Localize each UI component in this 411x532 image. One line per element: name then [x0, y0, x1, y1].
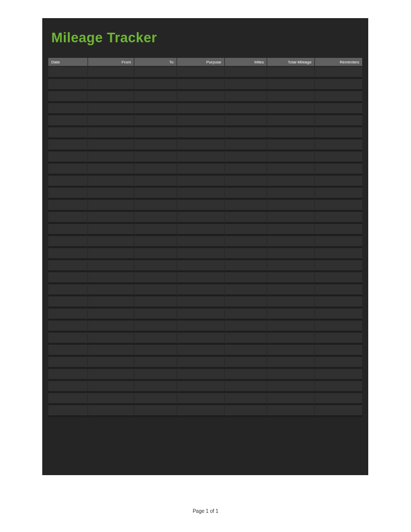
table-cell[interactable] [134, 176, 177, 188]
table-cell[interactable] [88, 381, 134, 393]
table-cell[interactable] [177, 79, 224, 91]
table-cell[interactable] [225, 139, 267, 151]
table-cell[interactable] [134, 321, 177, 333]
table-cell[interactable] [267, 248, 314, 260]
table-cell[interactable] [177, 333, 224, 345]
table-cell[interactable] [88, 236, 134, 248]
table-cell[interactable] [48, 321, 88, 333]
col-header-purpose[interactable]: Purpose [177, 58, 224, 67]
col-header-miles[interactable]: Miles [225, 58, 267, 67]
table-cell[interactable] [48, 309, 88, 321]
table-cell[interactable] [88, 151, 134, 164]
table-cell[interactable] [225, 272, 267, 284]
table-cell[interactable] [267, 260, 314, 272]
table-cell[interactable] [177, 405, 224, 417]
table-cell[interactable] [267, 369, 314, 381]
table-cell[interactable] [134, 260, 177, 272]
table-cell[interactable] [88, 164, 134, 176]
table-cell[interactable] [88, 321, 134, 333]
table-cell[interactable] [315, 284, 362, 296]
table-cell[interactable] [88, 357, 134, 369]
table-cell[interactable] [315, 224, 362, 236]
table-cell[interactable] [134, 248, 177, 260]
table-cell[interactable] [267, 200, 314, 212]
table-cell[interactable] [225, 333, 267, 345]
table-cell[interactable] [88, 405, 134, 417]
table-cell[interactable] [315, 115, 362, 127]
table-cell[interactable] [315, 260, 362, 272]
table-cell[interactable] [225, 260, 267, 272]
table-cell[interactable] [48, 176, 88, 188]
table-cell[interactable] [177, 91, 224, 103]
table-cell[interactable] [134, 151, 177, 164]
table-cell[interactable] [134, 405, 177, 417]
table-cell[interactable] [134, 212, 177, 224]
table-cell[interactable] [267, 393, 314, 405]
table-cell[interactable] [267, 357, 314, 369]
table-cell[interactable] [267, 333, 314, 345]
table-cell[interactable] [48, 103, 88, 115]
table-cell[interactable] [48, 151, 88, 164]
table-cell[interactable] [134, 188, 177, 200]
table-cell[interactable] [88, 67, 134, 79]
table-cell[interactable] [225, 284, 267, 296]
table-cell[interactable] [225, 381, 267, 393]
table-cell[interactable] [225, 176, 267, 188]
table-cell[interactable] [267, 151, 314, 164]
table-cell[interactable] [134, 164, 177, 176]
table-cell[interactable] [88, 333, 134, 345]
table-cell[interactable] [225, 91, 267, 103]
table-cell[interactable] [177, 176, 224, 188]
col-header-total-mileage[interactable]: Total Mileage [267, 58, 314, 67]
table-cell[interactable] [134, 309, 177, 321]
table-cell[interactable] [315, 91, 362, 103]
table-cell[interactable] [225, 321, 267, 333]
table-cell[interactable] [267, 164, 314, 176]
table-cell[interactable] [177, 357, 224, 369]
col-header-from[interactable]: From [88, 58, 134, 67]
table-cell[interactable] [48, 224, 88, 236]
table-cell[interactable] [88, 176, 134, 188]
table-cell[interactable] [48, 115, 88, 127]
table-cell[interactable] [177, 151, 224, 164]
table-cell[interactable] [88, 115, 134, 127]
table-cell[interactable] [315, 405, 362, 417]
table-cell[interactable] [134, 284, 177, 296]
table-cell[interactable] [48, 345, 88, 357]
table-cell[interactable] [315, 393, 362, 405]
table-cell[interactable] [315, 103, 362, 115]
table-cell[interactable] [88, 139, 134, 151]
table-cell[interactable] [134, 103, 177, 115]
table-cell[interactable] [48, 333, 88, 345]
table-cell[interactable] [225, 357, 267, 369]
table-cell[interactable] [315, 79, 362, 91]
table-cell[interactable] [134, 345, 177, 357]
table-cell[interactable] [177, 200, 224, 212]
table-cell[interactable] [48, 248, 88, 260]
table-cell[interactable] [88, 127, 134, 139]
table-cell[interactable] [267, 139, 314, 151]
table-cell[interactable] [315, 321, 362, 333]
table-cell[interactable] [225, 200, 267, 212]
table-cell[interactable] [225, 224, 267, 236]
table-cell[interactable] [134, 369, 177, 381]
table-cell[interactable] [177, 212, 224, 224]
table-cell[interactable] [177, 381, 224, 393]
table-cell[interactable] [315, 176, 362, 188]
table-cell[interactable] [48, 393, 88, 405]
table-cell[interactable] [48, 272, 88, 284]
table-cell[interactable] [225, 164, 267, 176]
table-cell[interactable] [177, 345, 224, 357]
table-cell[interactable] [88, 284, 134, 296]
table-cell[interactable] [134, 139, 177, 151]
table-cell[interactable] [48, 260, 88, 272]
table-cell[interactable] [315, 296, 362, 309]
table-cell[interactable] [315, 248, 362, 260]
table-cell[interactable] [177, 309, 224, 321]
table-cell[interactable] [267, 79, 314, 91]
table-cell[interactable] [267, 224, 314, 236]
table-cell[interactable] [88, 272, 134, 284]
table-cell[interactable] [225, 309, 267, 321]
table-cell[interactable] [267, 236, 314, 248]
table-cell[interactable] [315, 188, 362, 200]
